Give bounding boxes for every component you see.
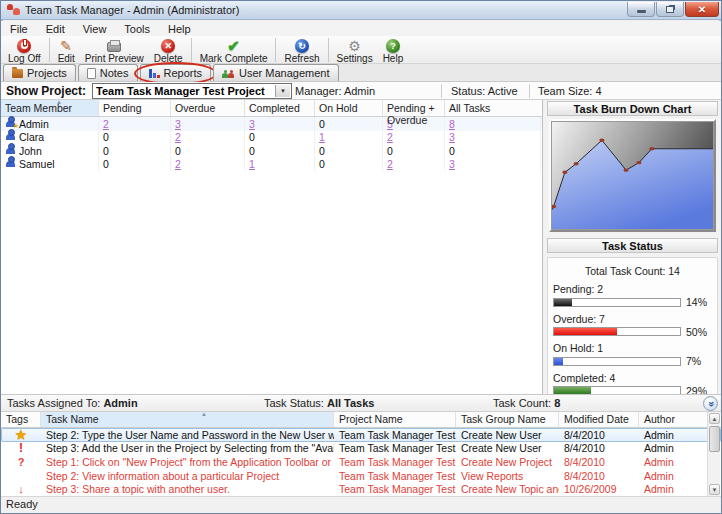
- col-task-group-name[interactable]: Task Group Name: [456, 412, 559, 427]
- col-pending-overdue[interactable]: Pending + Overdue: [383, 100, 445, 116]
- team-member-grid: Team Member▲ Pending Overdue Completed O…: [1, 100, 543, 394]
- member-row[interactable]: Samuel021023: [1, 158, 542, 172]
- task-count-value: 0: [319, 158, 325, 170]
- col-task-name[interactable]: Task Name▲: [41, 412, 334, 427]
- member-grid-header: Team Member▲ Pending Overdue Completed O…: [1, 100, 542, 117]
- task-status-filter: Task Status: All Tasks: [264, 397, 374, 409]
- task-count-value: 0: [249, 145, 255, 157]
- refresh-button[interactable]: ↻ Refresh: [279, 37, 324, 64]
- member-row[interactable]: Clara020123: [1, 131, 542, 145]
- col-completed[interactable]: Completed: [245, 100, 315, 116]
- task-row[interactable]: !Step 3: Add the User in the Project by …: [1, 442, 721, 456]
- minimize-button[interactable]: [627, 2, 655, 17]
- task-count-link[interactable]: 2: [387, 158, 393, 170]
- col-tags[interactable]: Tags: [1, 412, 41, 427]
- task-row[interactable]: Step 2: View information about a particu…: [1, 469, 721, 483]
- member-row[interactable]: John000000: [1, 144, 542, 158]
- member-row[interactable]: ★Admin233058: [1, 117, 542, 131]
- logoff-button[interactable]: Log Off: [3, 37, 46, 64]
- task-name-cell: Step 3: Add the User in the Project by S…: [41, 442, 334, 456]
- tab-projects[interactable]: Projects: [3, 64, 76, 81]
- delete-button[interactable]: ✕ Delete: [149, 37, 188, 64]
- tasks-assigned-bar: Tasks Assigned To: Admin Task Status: Al…: [1, 394, 721, 412]
- task-count-link[interactable]: 2: [175, 131, 181, 143]
- task-count-link[interactable]: 3: [449, 158, 455, 170]
- task-name-cell: Step 3: Share a topic with another user.: [41, 482, 334, 496]
- task-count-link[interactable]: 1: [319, 131, 325, 143]
- collapse-panel-button[interactable]: »: [703, 396, 718, 411]
- tag-icon: [1, 469, 41, 483]
- col-all-tasks[interactable]: All Tasks: [445, 100, 542, 116]
- double-chevron-down-icon: »: [706, 401, 716, 407]
- task-count-link[interactable]: 2: [175, 158, 181, 170]
- col-author[interactable]: Author: [639, 412, 701, 427]
- col-pending[interactable]: Pending: [99, 100, 171, 116]
- menu-help[interactable]: Help: [159, 23, 200, 35]
- burn-down-chart: [549, 119, 716, 232]
- task-count-link[interactable]: 2: [103, 118, 109, 130]
- scrollbar-thumb[interactable]: [709, 426, 720, 452]
- menu-tools[interactable]: Tools: [115, 23, 159, 35]
- scroll-down-icon[interactable]: ▼: [709, 484, 720, 495]
- help-button[interactable]: ? Help: [378, 37, 409, 64]
- close-button[interactable]: ✕: [685, 2, 719, 17]
- task-count-link[interactable]: 8: [449, 118, 455, 130]
- task-count-value: 0: [175, 145, 181, 157]
- task-grid-scrollbar[interactable]: ▲ ▼: [707, 412, 720, 496]
- tag-icon: ?: [1, 455, 41, 469]
- right-panel: Task Burn Down Chart Task Status Tota: [544, 100, 721, 394]
- mark-complete-button[interactable]: ✔ Mark Complete: [195, 37, 273, 64]
- col-on-hold[interactable]: On Hold: [315, 100, 383, 116]
- tasks-assigned-to: Tasks Assigned To: Admin: [7, 397, 138, 409]
- burn-down-chart-title: Task Burn Down Chart: [547, 101, 718, 116]
- task-count-link[interactable]: 2: [387, 131, 393, 143]
- bar-chart-icon: [149, 68, 160, 78]
- task-row[interactable]: ↓Step 3: Share a topic with another user…: [1, 482, 721, 496]
- settings-button[interactable]: ⚙ Settings: [332, 37, 378, 64]
- data-point: [623, 168, 628, 171]
- sort-asc-icon: ▲: [56, 99, 62, 105]
- status-text: Ready: [6, 498, 38, 510]
- col-overdue[interactable]: Overdue: [171, 100, 245, 116]
- manager-value: Manager: Admin: [295, 85, 375, 97]
- task-row[interactable]: ★Step 2: Type the User Name and Password…: [1, 428, 721, 442]
- scroll-up-icon[interactable]: ▲: [709, 413, 720, 424]
- col-modified-date[interactable]: Modified Date: [559, 412, 639, 427]
- chevron-down-icon[interactable]: ▼: [275, 85, 290, 97]
- col-team-member[interactable]: Team Member▲: [1, 100, 99, 116]
- power-icon: [16, 38, 32, 53]
- tab-notes[interactable]: Notes: [78, 64, 138, 81]
- status-bar-item: Overdue: 750%: [553, 313, 712, 338]
- edit-button[interactable]: ✎ Edit: [53, 37, 80, 64]
- menu-edit[interactable]: Edit: [37, 23, 74, 35]
- task-count-link[interactable]: 3: [249, 118, 255, 130]
- data-point: [649, 147, 654, 150]
- col-project-name[interactable]: Project Name: [334, 412, 456, 427]
- menu-view[interactable]: View: [74, 23, 116, 35]
- tab-reports[interactable]: Reports: [140, 64, 212, 81]
- close-icon: ✕: [698, 4, 706, 15]
- tab-user-management[interactable]: User Management: [213, 64, 339, 81]
- modified-date-cell: 10/26/2009: [559, 482, 639, 496]
- project-name-cell: Team Task Manager Test Project: [334, 482, 456, 496]
- task-count-link[interactable]: 3: [175, 118, 181, 130]
- task-count-value: 0: [449, 145, 455, 157]
- project-name-cell: Team Task Manager Test Project: [334, 455, 456, 469]
- tag-icon: ↓: [1, 482, 41, 496]
- sort-asc-icon: ▲: [201, 411, 207, 417]
- data-point: [599, 138, 604, 141]
- task-group-cell: Create New User: [456, 442, 559, 456]
- restore-button[interactable]: [656, 2, 684, 17]
- project-dropdown[interactable]: Team Task Manager Test Project ▼: [92, 83, 292, 99]
- task-row[interactable]: ?Step 1: Click on "New Project" from the…: [1, 455, 721, 469]
- task-count-link[interactable]: 1: [249, 158, 255, 170]
- project-bar: Show Project: Team Task Manager Test Pro…: [1, 82, 721, 100]
- status-bar-item: Completed: 429%: [553, 372, 712, 397]
- progress-fill: [554, 328, 617, 335]
- task-count-link[interactable]: 3: [449, 131, 455, 143]
- menu-file[interactable]: File: [1, 23, 37, 35]
- app-icon: [7, 4, 20, 16]
- task-group-cell: Create New User: [456, 428, 559, 442]
- check-icon: ✔: [226, 38, 242, 53]
- print-preview-button[interactable]: Print Preview: [80, 37, 149, 64]
